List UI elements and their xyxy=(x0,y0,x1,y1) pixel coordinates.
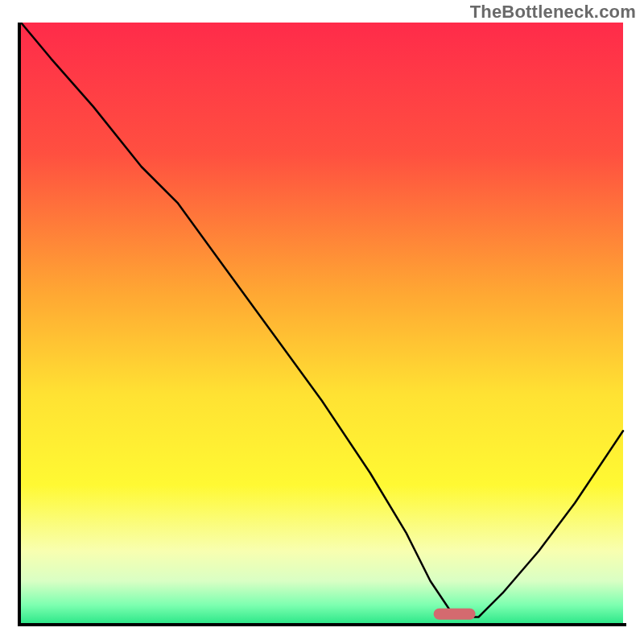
watermark-text: TheBottleneck.com xyxy=(470,2,636,23)
plot-svg xyxy=(18,23,626,626)
chart-container: TheBottleneck.com xyxy=(0,0,644,644)
optimum-marker xyxy=(434,609,476,620)
plot-area xyxy=(18,23,626,626)
gradient-rect xyxy=(21,23,623,623)
